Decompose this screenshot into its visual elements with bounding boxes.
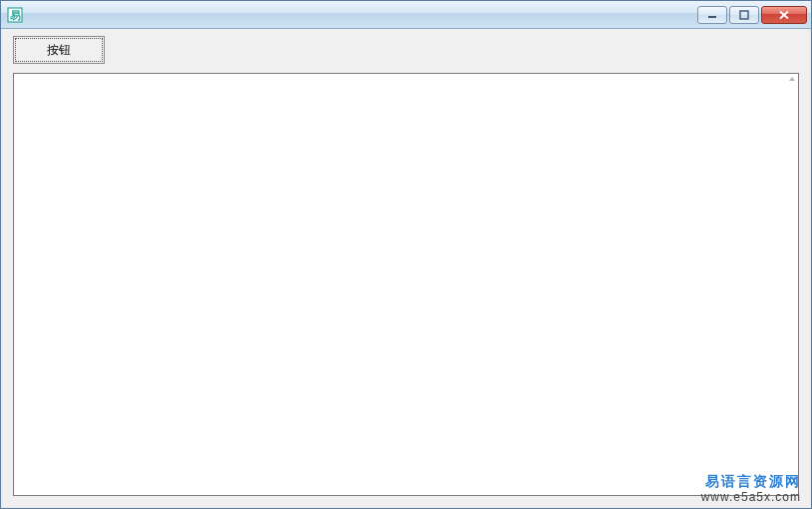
- svg-text:易: 易: [9, 9, 21, 21]
- minimize-button[interactable]: [697, 6, 727, 24]
- window-controls: [697, 6, 807, 24]
- application-window: 易 按钮: [0, 0, 812, 509]
- app-icon: 易: [7, 7, 23, 23]
- titlebar[interactable]: 易: [1, 1, 811, 29]
- client-area: 按钮 易语言资源网 www.e5a5x.com: [1, 29, 811, 508]
- action-button-label: 按钮: [47, 42, 71, 59]
- close-button[interactable]: [761, 6, 807, 24]
- maximize-button[interactable]: [729, 6, 759, 24]
- text-editor[interactable]: [13, 73, 799, 496]
- action-button[interactable]: 按钮: [13, 36, 105, 64]
- svg-rect-2: [708, 16, 716, 18]
- svg-rect-3: [740, 11, 748, 19]
- svg-marker-6: [789, 77, 795, 81]
- scroll-up-icon[interactable]: [787, 75, 797, 89]
